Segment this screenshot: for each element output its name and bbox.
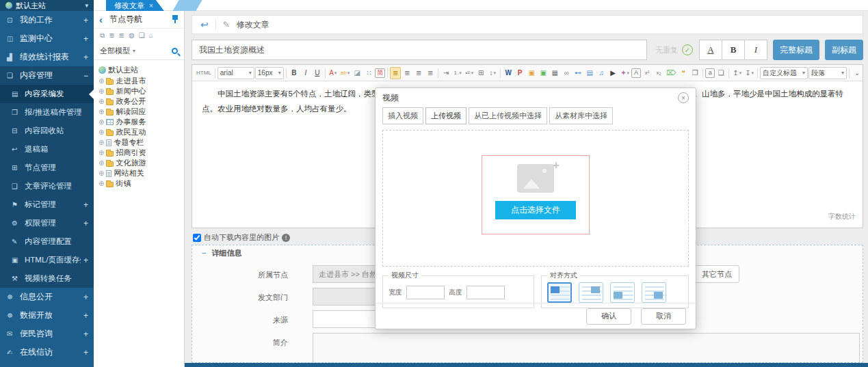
tree-node[interactable]: ⊕ 街镇 <box>98 178 179 189</box>
bordered-text-icon[interactable]: A <box>631 68 641 78</box>
align-option-right[interactable] <box>579 282 603 303</box>
tree-node[interactable]: ⊕ 新闻中心 <box>98 86 179 96</box>
tab-close-icon[interactable]: × <box>149 2 153 10</box>
expand-toggle-icon[interactable]: + <box>83 16 88 25</box>
align-option-bottom-left[interactable] <box>610 282 635 303</box>
music-icon[interactable]: ♫ <box>596 67 607 79</box>
sidebar-item-monitor-center[interactable]: ◫ 监测中心 + <box>0 29 94 48</box>
expand-plus-icon[interactable]: ⊕ <box>98 150 104 157</box>
sidebar-item-tag-mgmt[interactable]: ⚑ 标记管理 + <box>0 195 94 214</box>
width-input[interactable] <box>406 286 445 299</box>
margin-top-icon[interactable]: ↥ <box>731 67 743 79</box>
expand-plus-icon[interactable]: ⊕ <box>98 98 104 105</box>
toolbar-separator[interactable] <box>757 68 758 78</box>
expand-toggle-icon[interactable]: + <box>83 53 88 62</box>
blockquote-icon[interactable]: ❝ <box>678 67 689 79</box>
height-input[interactable] <box>466 286 505 299</box>
screenshot-icon[interactable]: ▣ <box>538 67 549 79</box>
word-import-icon[interactable]: W <box>503 67 514 79</box>
model-filter-dropdown[interactable]: 全部模型 <box>100 46 130 56</box>
confirm-button[interactable]: 确认 <box>586 308 631 325</box>
anchor-icon[interactable]: a <box>705 68 715 78</box>
toolbar-separator[interactable] <box>702 68 703 78</box>
close-icon[interactable]: × <box>678 92 689 103</box>
font-family-select[interactable]: arial <box>218 67 254 79</box>
tree-collapse-icon[interactable]: ≣ <box>109 32 114 39</box>
eraser-icon[interactable]: ◪ <box>352 67 363 79</box>
new-doc-icon[interactable]: ❏ <box>715 67 726 79</box>
sidebar-item-content-mgmt[interactable]: ❏ 内容管理 − <box>0 66 94 85</box>
toolbar-separator[interactable] <box>728 68 729 78</box>
sidebar-item-push-manuscript-mgmt[interactable]: ❐ 报/推送稿件管理 <box>0 103 94 122</box>
modal-tab-insert-video[interactable]: 插入视频 <box>382 107 423 124</box>
tree-node[interactable]: ⊕ 专题专栏 <box>98 137 179 148</box>
expand-plus-icon[interactable]: ⊕ <box>98 170 104 177</box>
tree-node[interactable]: ⊕ 政民互动 <box>98 127 179 137</box>
pdf-import-icon[interactable]: P <box>514 67 525 79</box>
bold-icon[interactable]: B <box>289 67 300 79</box>
sidebar-item-content-recycle[interactable]: ⊟ 内容回收站 <box>0 122 94 140</box>
auto-download-checkbox[interactable] <box>193 234 201 242</box>
site-selector[interactable]: 默认主站 ▾ <box>0 0 94 11</box>
export-icon[interactable]: ❏ <box>139 32 145 39</box>
expand-plus-icon[interactable]: ⊕ <box>98 129 104 136</box>
sidebar-item-permission-mgmt[interactable]: ⚙ 权限管理 + <box>0 214 94 232</box>
align-option-left[interactable] <box>547 282 572 303</box>
tree-node[interactable]: ⊕ 走进县市 <box>98 76 179 86</box>
sidebar-item-video-convert[interactable]: ⚒ 视频转换任务 <box>0 269 94 288</box>
select-file-button[interactable]: 点击选择文件 <box>495 201 576 219</box>
indent-icon[interactable]: ⇥ <box>440 67 451 79</box>
toolbar-separator[interactable] <box>325 68 326 78</box>
collapse-toolbar-icon[interactable]: ⌄ <box>852 67 863 79</box>
collapse-section-icon[interactable]: − <box>202 249 206 257</box>
expand-toggle-icon[interactable]: − <box>83 71 88 81</box>
toolbar-separator[interactable] <box>500 68 501 78</box>
toolbar-separator[interactable] <box>438 68 438 78</box>
expand-toggle-icon[interactable]: + <box>83 256 88 265</box>
paste-icon[interactable]: ❐ <box>689 67 700 79</box>
intro-textarea[interactable] <box>313 333 860 363</box>
toolbar-separator[interactable] <box>387 68 388 78</box>
paragraph-select[interactable]: 段落 <box>808 67 847 79</box>
align-right-icon[interactable]: ≣ <box>413 67 424 79</box>
expand-toggle-icon[interactable]: + <box>83 348 88 357</box>
table-icon[interactable]: ⊞ <box>475 67 486 79</box>
tree-node[interactable]: ⊕ 办事服务 <box>98 117 179 127</box>
upload-target-box[interactable]: 点击选择文件 <box>482 155 590 234</box>
format-grid-icon[interactable]: ∷ <box>363 67 374 79</box>
sidebar-item-html-cache[interactable]: ▣ HTML/页面缓存生成 + <box>0 251 94 269</box>
title-color-button[interactable]: A <box>699 40 722 60</box>
tree-node[interactable]: ⊕ 文化旅游 <box>98 158 179 168</box>
sidebar-item-info-disclosure[interactable]: ☸ 信息公开 + <box>0 288 94 306</box>
insert-image-icon[interactable]: ▤ <box>584 67 595 79</box>
toolbar-separator[interactable] <box>215 68 215 78</box>
expand-plus-icon[interactable]: ⊕ <box>98 78 104 85</box>
expand-toggle-icon[interactable]: + <box>83 311 88 321</box>
home-icon[interactable]: ⌂ <box>149 32 153 39</box>
sidebar-item-online-petition[interactable]: ✍ 在线信访 + <box>0 343 94 362</box>
subtitle-button[interactable]: 副标题 <box>825 40 863 60</box>
expand-plus-icon[interactable]: ⊕ <box>98 119 104 126</box>
tree-root-node[interactable]: 默认主站 <box>98 65 179 75</box>
magic-fill-icon[interactable]: ✦ <box>619 67 631 79</box>
expand-plus-icon[interactable]: ⊕ <box>98 160 104 167</box>
modal-tab-upload-video[interactable]: 上传视频 <box>425 107 466 124</box>
sidebar-item-content-config[interactable]: ✎ 内容管理配置 <box>0 232 94 251</box>
site-globe-icon[interactable]: ◍ <box>129 32 135 39</box>
collapse-panel-icon[interactable]: ‹ <box>99 14 103 25</box>
toolbar-separator[interactable] <box>849 68 850 78</box>
sidebar-item-my-work[interactable]: ⊡ 我的工作 + <box>0 11 94 29</box>
align-left-icon[interactable]: ≣ <box>390 67 401 79</box>
html-source-icon[interactable]: HTML <box>195 67 213 79</box>
video-icon[interactable]: ▶ <box>607 67 618 79</box>
align-center-icon[interactable]: ≣ <box>402 67 412 79</box>
custom-title-select[interactable]: 自定义标题 <box>760 67 808 79</box>
modal-tab-select-library[interactable]: 从素材库中选择 <box>549 107 613 124</box>
text-color-icon[interactable]: A <box>328 67 339 79</box>
upload-dropzone[interactable]: 点击选择文件 <box>382 130 689 267</box>
tree-node[interactable]: ⊕ 招商引资 <box>98 148 179 158</box>
expand-toggle-icon[interactable]: + <box>83 219 88 228</box>
sidebar-item-performance-report[interactable]: ▟ 绩效统计报表 + <box>0 48 94 66</box>
chinese-convert-icon[interactable]: 简 <box>375 68 385 78</box>
unordered-list-icon[interactable]: •≡ <box>464 67 475 79</box>
